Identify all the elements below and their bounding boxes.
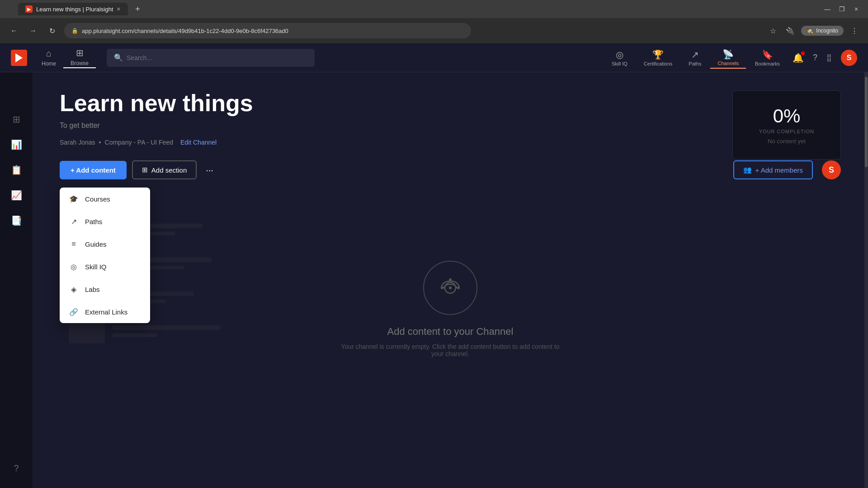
add-members-button[interactable]: 👥 + Add members: [733, 160, 813, 179]
cert-icon: 🏆: [652, 49, 664, 60]
external-links-icon: 🔗: [69, 307, 79, 317]
channel-meta: Sarah Jonas • Company - PA - UI Feed Edi…: [60, 139, 841, 146]
main-content: 0% YOUR COMPLETION No content yet Learn …: [33, 72, 868, 488]
pluralsight-logo[interactable]: [11, 50, 27, 66]
nav-paths[interactable]: ↗ Paths: [681, 47, 708, 68]
apps-btn[interactable]: ⣿: [823, 50, 835, 66]
profile-avatar[interactable]: S: [841, 50, 857, 66]
more-browser-btn[interactable]: ⋮: [848, 24, 861, 37]
browser-chrome: ▶ Learn new things | Pluralsight × + — ❐…: [0, 0, 868, 43]
svg-point-3: [457, 286, 460, 289]
minimize-btn[interactable]: —: [821, 3, 834, 15]
tab-close-btn[interactable]: ×: [117, 5, 120, 13]
completion-label: YOUR COMPLETION: [744, 129, 830, 134]
paths-icon: ↗: [691, 49, 699, 60]
dropdown-item-skiliq[interactable]: ◎ Skill IQ: [60, 255, 150, 278]
address-bar[interactable]: 🔒 app.pluralsight.com/channels/details/4…: [64, 23, 471, 38]
browser-tab[interactable]: ▶ Learn new things | Pluralsight ×: [18, 3, 128, 15]
svg-point-1: [449, 286, 452, 289]
restore-btn[interactable]: ❐: [835, 3, 848, 15]
star-btn[interactable]: ☆: [767, 24, 779, 37]
channels-icon: 📡: [722, 49, 734, 60]
scrollbar[interactable]: [864, 72, 868, 488]
channel-empty-icon: [423, 261, 477, 315]
browser-actions: ☆ 🔌 🕵 Incognito ⋮: [767, 24, 861, 37]
scroll-thumb[interactable]: [865, 77, 868, 167]
browser-nav: ← → ↻ 🔒 app.pluralsight.com/channels/det…: [0, 18, 868, 43]
browse-icon: ⊞: [76, 47, 84, 58]
new-tab-btn[interactable]: +: [132, 3, 144, 15]
search-input[interactable]: [127, 54, 307, 61]
nav-home[interactable]: ⌂ Home: [34, 48, 63, 67]
nav-skiliq[interactable]: ◎ Skill IQ: [604, 47, 635, 68]
add-section-icon: ⊞: [142, 166, 148, 174]
address-text: app.pluralsight.com/channels/details/49d…: [82, 28, 288, 34]
empty-state: Add content to your Channel Your channel…: [60, 234, 841, 385]
notification-dot: [801, 52, 805, 55]
grid-icon: ⣿: [826, 54, 832, 61]
action-bar: + Add content ⊞ Add section ··· 👥 + Add …: [60, 160, 841, 179]
incognito-badge: 🕵 Incognito: [801, 26, 844, 36]
add-content-button[interactable]: + Add content: [60, 161, 127, 179]
bookmarks-icon: 🔖: [762, 49, 773, 60]
channel-subtitle: To get better: [60, 122, 841, 130]
svg-point-4: [449, 278, 452, 281]
lock-icon: 🔒: [71, 28, 78, 34]
nav-channels[interactable]: 📡 Channels: [710, 47, 745, 69]
completion-widget: 0% YOUR COMPLETION No content yet: [732, 90, 841, 160]
svg-point-2: [441, 286, 443, 289]
more-options-button[interactable]: ···: [202, 161, 217, 179]
left-sidebar: ⊞ 📊 📋 📈 📑 ?: [0, 72, 33, 488]
help-icon: ?: [813, 53, 817, 62]
help-btn[interactable]: ?: [809, 49, 821, 66]
notifications-btn[interactable]: 🔔: [789, 49, 807, 67]
window-controls: — ❐ ×: [821, 3, 863, 15]
search-bar[interactable]: 🔍: [107, 49, 315, 67]
channel-title: Learn new things: [60, 90, 841, 116]
sidebar-icon-chart[interactable]: 📊: [5, 134, 27, 155]
courses-icon: 🎓: [69, 194, 79, 204]
back-btn[interactable]: ←: [7, 24, 21, 38]
sidebar-bottom: ?: [5, 367, 27, 479]
close-btn[interactable]: ×: [850, 3, 863, 15]
channel-header: Learn new things To get better Sarah Jon…: [60, 90, 841, 146]
extensions-btn[interactable]: 🔌: [784, 24, 797, 37]
sidebar-icon-list[interactable]: 📋: [5, 159, 27, 181]
dropdown-item-guides[interactable]: ≡ Guides: [60, 233, 150, 255]
sidebar-help-btn[interactable]: ?: [5, 457, 27, 479]
home-icon: ⌂: [46, 48, 52, 59]
paths-menu-icon: ↗: [69, 216, 79, 226]
sidebar-icon-trend[interactable]: 📈: [5, 184, 27, 206]
guides-icon: ≡: [69, 239, 79, 249]
top-nav: ⌂ Home ⊞ Browse 🔍 ◎ Skill IQ 🏆 Certifica…: [0, 43, 868, 72]
dropdown-item-courses[interactable]: 🎓 Courses: [60, 188, 150, 210]
member-avatar[interactable]: S: [822, 160, 841, 179]
nav-browse[interactable]: ⊞ Browse: [63, 47, 96, 68]
tab-title: Learn new things | Pluralsight: [36, 6, 113, 13]
labs-icon: ◈: [69, 284, 79, 294]
browser-titlebar: ▶ Learn new things | Pluralsight × + — ❐…: [0, 0, 868, 18]
add-members-icon: 👥: [743, 166, 752, 174]
sidebar-icon-grid[interactable]: ⊞: [5, 108, 27, 130]
nav-certifications[interactable]: 🏆 Certifications: [637, 47, 680, 68]
dropdown-item-external[interactable]: 🔗 External Links: [60, 300, 150, 323]
forward-btn[interactable]: →: [26, 24, 40, 38]
add-section-button[interactable]: ⊞ Add section: [132, 160, 197, 179]
meta-separator: •: [99, 139, 101, 146]
completion-percent: 0%: [744, 105, 830, 127]
empty-state-title: Add content to your Channel: [69, 326, 832, 338]
channel-feed: Company - PA - UI Feed: [105, 139, 173, 146]
edit-channel-link[interactable]: Edit Channel: [180, 139, 217, 146]
refresh-btn[interactable]: ↻: [45, 24, 59, 38]
skiliq-icon: ◎: [616, 49, 623, 60]
add-content-dropdown: 🎓 Courses ↗ Paths ≡ Guides ◎ Skill IQ ◈: [60, 188, 150, 323]
nav-icons: ◎ Skill IQ 🏆 Certifications ↗ Paths 📡 Ch…: [604, 47, 857, 69]
skiliq-menu-icon: ◎: [69, 262, 79, 272]
channel-author: Sarah Jonas: [60, 139, 95, 146]
sidebar-icon-doc[interactable]: 📑: [5, 210, 27, 231]
app-container: ⊞ 📊 📋 📈 📑 ? 0% YOUR COMPLETION No conten…: [0, 43, 868, 488]
dropdown-item-labs[interactable]: ◈ Labs: [60, 278, 150, 300]
nav-bookmarks[interactable]: 🔖 Bookmarks: [748, 47, 787, 68]
search-icon: 🔍: [114, 53, 123, 62]
dropdown-item-paths[interactable]: ↗ Paths: [60, 210, 150, 233]
